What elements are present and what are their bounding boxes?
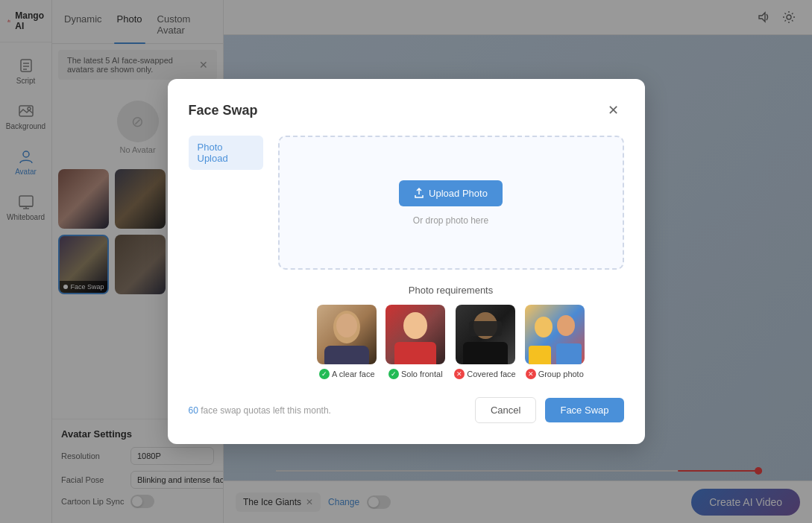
req-check-bad-4: ✕	[526, 369, 536, 379]
upload-btn-label: Upload Photo	[429, 188, 488, 199]
req-check-ok-1: ✓	[319, 369, 330, 379]
modal-content: Upload Photo Or drop photo here Photo re…	[278, 136, 624, 379]
modal-header: Face Swap ✕	[189, 100, 624, 121]
modal-nav: Photo Upload	[189, 136, 263, 379]
req-img-group-photo	[525, 305, 585, 364]
svg-rect-27	[463, 342, 508, 364]
face-swap-modal: Face Swap ✕ Photo Upload	[168, 79, 645, 444]
req-img-solo-frontal	[385, 305, 445, 364]
svg-point-23	[403, 312, 427, 339]
req-img-covered-face	[456, 305, 515, 364]
cancel-button[interactable]: Cancel	[475, 397, 536, 423]
req-check-bad-3: ✕	[454, 369, 465, 379]
req-label-2: ✓ Solo frontal	[388, 369, 443, 379]
modal-close-button[interactable]: ✕	[603, 100, 624, 121]
req-item-2: ✓ Solo frontal	[385, 305, 445, 379]
req-item-4: ✕ Group photo	[525, 305, 585, 379]
modal-title: Face Swap	[189, 103, 258, 118]
requirements-title: Photo requirements	[278, 285, 624, 296]
modal-footer: 60 face swap quotas left this month. Can…	[189, 397, 624, 423]
svg-point-29	[557, 315, 575, 336]
svg-rect-30	[529, 346, 551, 364]
upload-hint: Or drop photo here	[413, 215, 488, 226]
modal-body: Photo Upload Upload Photo Or drop	[189, 136, 624, 379]
req-img-clear-face	[317, 305, 377, 364]
upload-photo-button[interactable]: Upload Photo	[399, 180, 503, 206]
requirements: Photo requirements	[278, 285, 624, 379]
req-item-3: ✕ Covered face	[454, 305, 515, 379]
req-label-1: ✓ A clear face	[319, 369, 374, 379]
req-label-3: ✕ Covered face	[454, 369, 515, 379]
svg-rect-22	[324, 346, 369, 364]
svg-rect-31	[556, 343, 582, 364]
req-label-4: ✕ Group photo	[526, 369, 584, 379]
quota-text: 60 face swap quotas left this month.	[189, 405, 466, 416]
req-grid: ✓ A clear face	[278, 305, 624, 379]
svg-point-28	[535, 317, 553, 337]
upload-area[interactable]: Upload Photo Or drop photo here	[278, 136, 624, 270]
face-swap-submit-button[interactable]: Face Swap	[545, 398, 623, 422]
req-item-1: ✓ A clear face	[317, 305, 377, 379]
modal-nav-photo-upload[interactable]: Photo Upload	[189, 136, 263, 170]
svg-point-21	[336, 314, 357, 337]
req-check-ok-2: ✓	[388, 369, 399, 379]
svg-rect-26	[469, 321, 502, 336]
svg-rect-24	[394, 342, 436, 364]
modal-overlay: Face Swap ✕ Photo Upload	[0, 0, 812, 523]
